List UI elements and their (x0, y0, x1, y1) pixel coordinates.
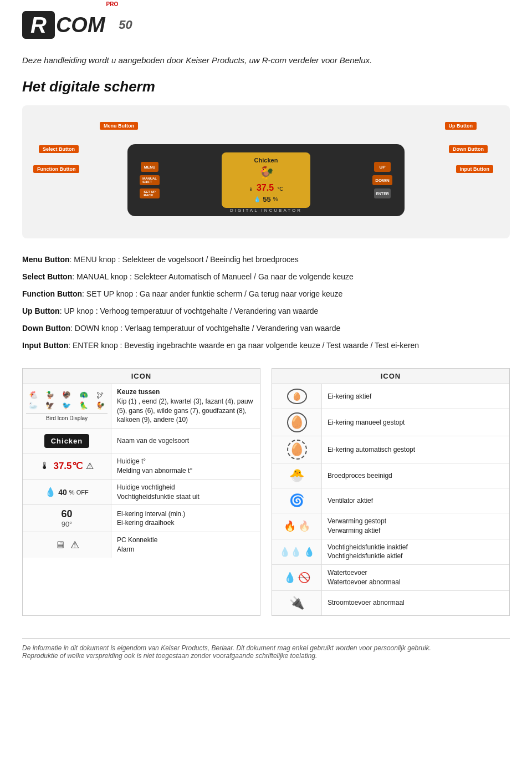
vocht-icon-cell: 💧💧 💧 (272, 539, 322, 565)
bird-desc-body: Kip (1) , eend (2), kwartel (3), fazant … (117, 397, 254, 425)
thermometer-icon: 🌡 (40, 460, 50, 472)
table-row-broed: 🐣 Broedproces beeinigd (272, 463, 509, 488)
table-row-chicken-name: Chicken Naam van de vogelsoort (23, 429, 260, 453)
left-table-header: ICON (23, 369, 260, 384)
humid-cell: 💧 40 % OFF (23, 480, 111, 505)
screen-humid: 55 (263, 195, 270, 203)
table-row-vocht: 💧💧 💧 Vochtigheidsfunktie inaktiefVochtig… (272, 539, 509, 565)
desc-vocht: Vochtigheidsfunktie inaktiefVochtigheids… (322, 539, 509, 565)
egg-auto-icon: 🥚 (287, 440, 307, 460)
device-brand: DIGITAL INCUBATOR (230, 208, 302, 213)
bird-4: 🦚 (76, 391, 91, 399)
pc-alarm-cell: 🖥 ⚠ (23, 532, 111, 558)
temp-value: 37.5℃ (53, 460, 82, 472)
vocht-icons: 💧💧 💧 (279, 547, 315, 557)
alarm-icon: ⚠ (70, 539, 79, 551)
table-row-bird-icons: 🐔 🦆 🦃 🦚 🕊 🦢 🦅 🐦 🦜 🐓 Bird Icon Display Ke… (23, 384, 260, 429)
desc-down: Down Button: DOWN knop : Verlaag tempera… (22, 323, 510, 334)
table-row-interval: 60 90° Ei-kering interval (min.)Ei-kerin… (23, 505, 260, 532)
screen-bird-name: Chicken (254, 157, 278, 164)
right-table: ICON 🥚 Ei-kering aktief 🥚 Ei-kering manu… (272, 368, 510, 616)
bird-7: 🦅 (43, 401, 57, 410)
desc-input: Input Button: ENTER knop : Bevestig inge… (22, 340, 510, 351)
humid-value: 40 (58, 488, 67, 497)
device-screen: Chicken 🐓 🌡 37.5 ℃ 💧 55 % (222, 152, 310, 208)
water-abnormal-icon: 🚫 (298, 572, 310, 584)
table-row-stroom: 🔌 Stroomtoevoer abnormaal (272, 591, 509, 615)
egg-active-icon: 🥚 (287, 389, 307, 404)
desc-verwarming: Verwarming gestoptVerwarming aktief (322, 513, 509, 539)
bird-desc-title: Keuze tussen (117, 387, 254, 397)
menu-btn[interactable]: MENU (141, 162, 158, 172)
table-row-water: 💧 🚫 WatertoevoerWatertoevoer abnormaal (272, 565, 509, 591)
desc-ei-manueel: Ei-kering manueel gestopt (322, 409, 509, 436)
callout-down: Down Button (449, 145, 488, 153)
footer-line2: Reproduktie of welke verspreiding ook is… (22, 652, 510, 660)
humid-unit: % OFF (69, 489, 89, 496)
tables-section: ICON 🐔 🦆 🦃 🦚 🕊 🦢 🦅 🐦 🦜 🐓 Bird Icon Displ… (22, 368, 510, 616)
table-row-temperature: 🌡 37.5℃ ⚠ Huidige t°Melding van abnormal… (23, 453, 260, 480)
desc-broed: Broedproces beeinigd (322, 463, 509, 488)
broed-icon-cell: 🐣 (272, 463, 322, 488)
broedproces-icon: 🐣 (289, 468, 304, 483)
bird-9: 🦜 (76, 401, 91, 410)
button-descriptions: Menu Button: MENU knop : Selekteer de vo… (22, 254, 510, 351)
humid-inactive-icon: 💧💧 (279, 547, 301, 557)
bird-icon-display-cell: 🐔 🦆 🦃 🦚 🕊 🦢 🦅 🐦 🦜 🐓 Bird Icon Display (23, 384, 111, 428)
desc-water: WatertoevoerWatertoevoer abnormaal (322, 565, 509, 590)
water-normal-icon: 💧 (284, 572, 296, 584)
footer: De informatie in dit dokument is eigendo… (22, 638, 510, 660)
desc-pc-alarm: PC KonnektieAlarm (111, 532, 260, 558)
desc-stroom: Stroomtoevoer abnormaal (322, 591, 509, 615)
bird-1: 🐔 (26, 391, 40, 399)
logo-com: COM (56, 13, 105, 37)
left-table: ICON 🐔 🦆 🦃 🦚 🕊 🦢 🦅 🐦 🦜 🐓 Bird Icon Displ… (22, 368, 260, 616)
bird-5: 🕊 (93, 391, 108, 399)
bird-display-label: Bird Icon Display (26, 413, 108, 421)
up-btn[interactable]: UP (374, 162, 391, 172)
table-row-verwarming: 🔥 🔥 Verwarming gestoptVerwarming aktief (272, 513, 509, 539)
verwarming-icon-cell: 🔥 🔥 (272, 513, 322, 539)
device-diagram: Menu Button Up Button Select Button Down… (22, 105, 510, 238)
ei-manueel-icon-cell: 🥚 (272, 409, 322, 436)
interval-value: 60 (61, 508, 72, 520)
enter-btn[interactable]: ENTER (374, 188, 391, 198)
desc-ei-actief: Ei-kering aktief (322, 384, 509, 409)
bird-10: 🐓 (93, 401, 108, 410)
bird-8: 🐦 (59, 401, 74, 410)
bird-2: 🦆 (43, 391, 57, 399)
water-icons: 💧 🚫 (284, 572, 310, 584)
pc-icon: 🖥 (55, 539, 65, 551)
intro-text: Deze handleiding wordt u aangeboden door… (22, 55, 510, 65)
callout-up: Up Button (445, 122, 477, 130)
section-title: Het digitale scherm (22, 78, 510, 95)
logo-area: R COM PRO 50 (22, 11, 510, 39)
table-row-ei-actief: 🥚 Ei-kering aktief (272, 384, 509, 409)
setup-btn[interactable]: SET UPBACK (140, 188, 160, 198)
ei-auto-icon-cell: 🥚 (272, 436, 322, 463)
callout-menu: Menu Button (100, 122, 138, 130)
desc-up: Up Button: UP knop : Verhoog temperatuur… (22, 305, 510, 317)
humid-active-icon: 💧 (304, 547, 315, 557)
table-row-ei-manueel: 🥚 Ei-kering manueel gestopt (272, 409, 509, 436)
desc-select: Select Button: MANUAL knop : Selekteer A… (22, 271, 510, 283)
table-row-ventilator: 🌀 Ventilator aktief (272, 488, 509, 513)
temp-cell: 🌡 37.5℃ ⚠ (23, 453, 111, 479)
down-btn[interactable]: DOWN (372, 175, 392, 185)
desc-ventilator: Ventilator aktief (322, 488, 509, 513)
heating-on-icon: 🔥 (298, 520, 310, 532)
desc-bird-icons: Keuze tussen Kip (1) , eend (2), kwartel… (111, 384, 260, 428)
ventilator-icon-cell: 🌀 (272, 488, 322, 513)
water-icon-cell: 💧 🚫 (272, 565, 322, 590)
logo-pro: PRO (106, 1, 119, 7)
table-row-humidity: 💧 40 % OFF Huidige vochtigheidVochtighei… (23, 480, 260, 506)
interval-cell: 60 90° (23, 505, 111, 532)
desc-ei-auto: Ei-kering automatisch gestopt (322, 436, 509, 463)
screen-bird-icon: 🐓 (259, 166, 274, 180)
logo-fifty: 50 (119, 18, 132, 32)
desc-function: Function Button: SET UP knop : Ga naar a… (22, 288, 510, 300)
callout-function: Function Button (33, 165, 79, 173)
manual-btn[interactable]: MANUALSHIFT (140, 175, 160, 185)
heating-off-icon: 🔥 (284, 520, 296, 532)
footer-line1: De informatie in dit dokument is eigendo… (22, 644, 510, 652)
